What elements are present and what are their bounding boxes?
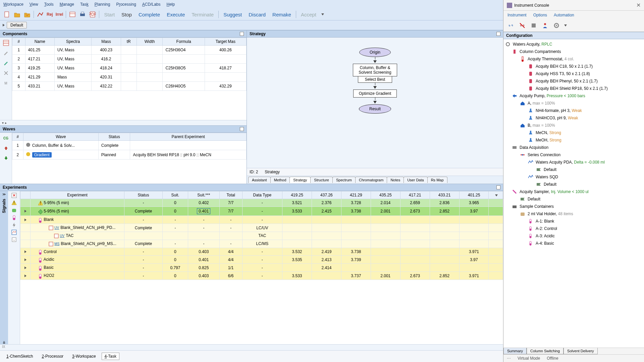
pencil-icon[interactable] bbox=[2, 59, 10, 67]
tree-item[interactable]: NH4-formate, pH 3, Weak bbox=[505, 107, 643, 114]
default-button[interactable]: Default bbox=[7, 22, 27, 28]
tab-workspace[interactable]: 3-Workspace bbox=[69, 353, 99, 360]
col-header[interactable]: Width bbox=[137, 38, 163, 46]
stop-button[interactable]: Stop bbox=[119, 10, 135, 19]
table-row[interactable]: 1401.25UV, Mass400.23C25H36O4400.26 bbox=[12, 46, 247, 55]
tree-item[interactable]: Acquity Pump, Pressure < 1000 bars bbox=[505, 92, 643, 100]
flow-result[interactable]: Result bbox=[359, 104, 391, 114]
table-row[interactable]: Acidic-00.4014/4-3.5352.4133.7393.97 bbox=[20, 256, 503, 264]
menu-planning[interactable]: Planning bbox=[95, 2, 110, 7]
table-row[interactable]: 3419.25UV, Mass418.24C25H38O5418.27 bbox=[12, 64, 247, 73]
exp-bolt-icon[interactable] bbox=[11, 222, 17, 228]
col-header[interactable]: Mass bbox=[92, 38, 121, 46]
tree-item[interactable]: 2 ml Vial Holder, 48 items bbox=[505, 210, 643, 218]
menu-view[interactable]: View bbox=[30, 2, 38, 7]
tab-rs-map[interactable]: Rs Map bbox=[427, 177, 447, 183]
col-header[interactable]: Formula bbox=[163, 38, 205, 46]
tab-assistant[interactable]: Assistant bbox=[248, 177, 271, 183]
table-row[interactable]: 2417.21UV, Mass416.2 bbox=[12, 55, 247, 64]
tab-method[interactable]: Method bbox=[270, 177, 290, 183]
scroll-down-icon[interactable]: ▾ bbox=[2, 121, 4, 125]
tree-item[interactable]: Acquity HSS T3, 50 x 2.1 (1.8) bbox=[505, 70, 643, 77]
console-close-icon[interactable]: ✕ bbox=[636, 2, 641, 8]
tab-structure[interactable]: Structure bbox=[310, 177, 333, 183]
down-icon[interactable] bbox=[2, 154, 10, 162]
accept-dropdown-icon[interactable] bbox=[321, 13, 324, 15]
experiments-table[interactable]: ExperimentStatusSuit.Suit.***TotalData T… bbox=[20, 191, 503, 280]
tree-item[interactable]: MeCN, Strong bbox=[505, 129, 643, 136]
flow-screening[interactable]: Column, Buffer & Solvent Screening bbox=[353, 64, 397, 76]
tree-item[interactable]: A-1: Blank bbox=[505, 218, 643, 225]
config-tree[interactable]: Waters Acquity, RPLCColumn CompartmentsA… bbox=[503, 39, 644, 348]
tree-item[interactable]: Waters Acquity PDA, Delta = -0.008 ml bbox=[505, 159, 643, 166]
exp-green-icon[interactable] bbox=[11, 207, 17, 213]
tree-item[interactable]: Acquity BEH Phenyl, 50 x 2.1 (1.7) bbox=[505, 77, 643, 85]
console-tab[interactable]: Column Switching bbox=[527, 348, 564, 354]
flow-origin[interactable]: Origin bbox=[359, 48, 391, 57]
cut-icon[interactable] bbox=[2, 69, 10, 77]
tree-item[interactable]: A-4: Basic bbox=[505, 240, 643, 247]
table-row[interactable]: 2GradientPlannedAcquity BEH Shield RP18 … bbox=[12, 150, 247, 160]
waves-table[interactable]: #WaveStatusParent Experiment 1Column, Bu… bbox=[12, 133, 247, 160]
accept-button[interactable]: Accept bbox=[298, 10, 319, 19]
console-menu-instrument[interactable]: Instrument bbox=[507, 13, 527, 17]
console-menu-options[interactable]: Options bbox=[533, 13, 547, 17]
tree-item[interactable]: A, max = 100% bbox=[505, 100, 643, 107]
strategy-maximize-icon[interactable] bbox=[496, 32, 500, 36]
menu-manage[interactable]: Manage bbox=[60, 2, 74, 7]
tree-item[interactable]: Series Connection bbox=[505, 151, 643, 159]
console-dropdown-icon[interactable] bbox=[564, 24, 567, 26]
person-icon[interactable] bbox=[540, 21, 550, 30]
table-row[interactable]: Basic-0.7970.8251/1-2.414 bbox=[20, 264, 503, 272]
flow-optimize[interactable]: Optimize Gradient bbox=[353, 89, 397, 98]
console-tab[interactable]: Solvent Delivery bbox=[564, 348, 597, 354]
components-maximize-icon[interactable] bbox=[240, 32, 244, 36]
table-row[interactable]: ! 5-95% (5 min)-00.4027/7-3.5212.3763.72… bbox=[20, 199, 503, 207]
open-icon[interactable] bbox=[13, 10, 21, 19]
tab-strategy[interactable]: Strategy bbox=[289, 177, 311, 183]
exp-warn-icon[interactable]: ! bbox=[11, 200, 17, 206]
suggest-button[interactable]: Suggest bbox=[221, 10, 245, 19]
col-header[interactable]: Target Mas bbox=[205, 38, 246, 46]
col-header[interactable]: Name bbox=[25, 38, 54, 46]
tree-item[interactable]: Acquity Thermostat, 4 col. bbox=[505, 55, 643, 63]
terminate-button[interactable]: Terminate bbox=[189, 10, 216, 19]
menu-tools[interactable]: Tools bbox=[44, 2, 54, 7]
tree-item[interactable]: A-2: Control bbox=[505, 225, 643, 232]
tree-item[interactable]: NH4HCO3, pH 9, Weak bbox=[505, 114, 643, 122]
scroll-right-icon[interactable]: ▸ bbox=[5, 121, 7, 125]
table-row[interactable]: 5-95% (5 min)Complete00.4017/7-3.5332.41… bbox=[20, 207, 503, 216]
flow-select[interactable]: Select Best bbox=[358, 76, 392, 83]
waves-maximize-icon[interactable] bbox=[240, 127, 244, 131]
grid-icon[interactable] bbox=[2, 39, 10, 47]
mass-icon[interactable]: M bbox=[2, 79, 10, 87]
tree-item[interactable]: Sample Containers bbox=[505, 203, 643, 210]
tree-item[interactable]: B, max = 100% bbox=[505, 122, 643, 129]
exp-chart-icon[interactable] bbox=[11, 229, 17, 235]
table-row[interactable]: UVBlank_Shield_ACN_pH9_PD...Complete---L… bbox=[20, 224, 503, 232]
tree-item[interactable]: MeOH, Strong bbox=[505, 136, 643, 144]
table-row[interactable]: UVTACTAC bbox=[20, 232, 503, 240]
up-icon[interactable] bbox=[2, 144, 10, 152]
pdf-icon[interactable]: PDF bbox=[88, 10, 97, 19]
print-icon[interactable] bbox=[78, 10, 87, 19]
console-tab[interactable]: Summary bbox=[503, 348, 527, 354]
gear-icon[interactable] bbox=[552, 21, 561, 30]
tab-processor[interactable]: 2-Processor bbox=[39, 353, 66, 360]
stop-sq-icon[interactable] bbox=[529, 21, 538, 30]
menu-task[interactable]: Task bbox=[80, 2, 89, 7]
rej-icon[interactable]: Rej bbox=[46, 10, 54, 19]
menu-acdlabs[interactable]: ACD/Labs bbox=[142, 2, 161, 7]
tab-spectrum[interactable]: Spectrum bbox=[332, 177, 356, 183]
table-row[interactable]: 5433.21UV, Mass432.22C26H40O5432.29 bbox=[12, 82, 247, 91]
menu-help[interactable]: Help bbox=[167, 2, 175, 7]
tree-item[interactable]: Data Acquisition bbox=[505, 144, 643, 151]
start-button[interactable]: Start bbox=[101, 10, 117, 19]
irrel-icon[interactable]: Irrel bbox=[55, 10, 64, 19]
tree-item[interactable]: Acquity BEH C18, 50 x 2.1 (1.7) bbox=[505, 63, 643, 70]
tree-item[interactable]: Column Compartments bbox=[505, 48, 643, 55]
col-header[interactable]: tR bbox=[121, 38, 137, 46]
new-icon[interactable] bbox=[3, 10, 11, 19]
table-row[interactable]: Blank----- bbox=[20, 216, 503, 224]
experiments-maximize-icon[interactable] bbox=[496, 185, 500, 189]
